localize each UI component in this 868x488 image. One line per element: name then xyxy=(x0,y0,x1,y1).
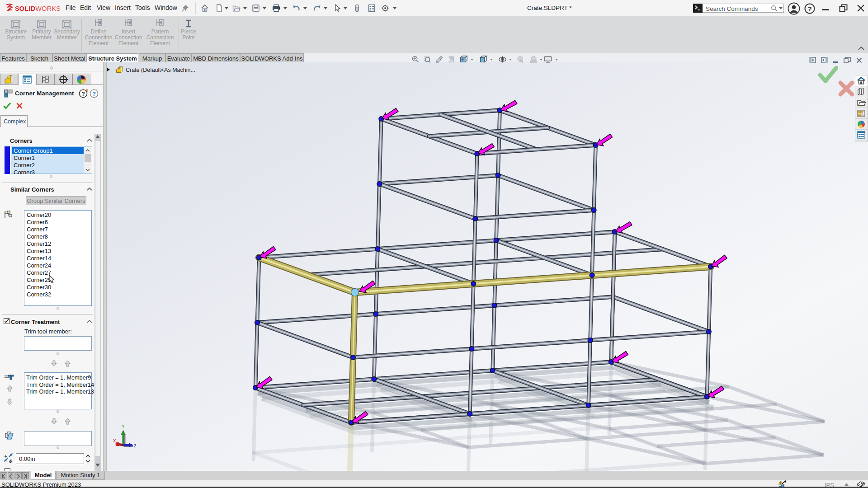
svg-text:G: G xyxy=(9,460,12,464)
svg-text:!: ! xyxy=(780,481,781,484)
svg-text:?: ? xyxy=(81,91,85,97)
svg-text:?: ? xyxy=(92,91,96,97)
svg-text:X: X xyxy=(113,438,116,444)
svg-text:Y: Y xyxy=(122,424,125,429)
svg-text:Z: Z xyxy=(134,443,136,449)
svg-text:SOLIDWORKS: SOLIDWORKS xyxy=(15,5,60,12)
svg-text:?: ? xyxy=(807,5,811,13)
